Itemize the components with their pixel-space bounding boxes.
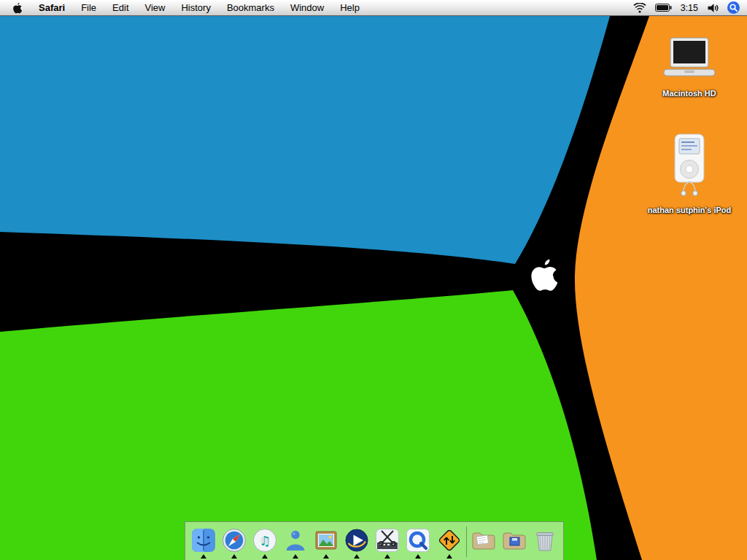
apple-menu[interactable]: [4, 0, 31, 16]
wifi-icon[interactable]: [633, 3, 646, 13]
volume-icon[interactable]: [707, 3, 719, 13]
finder-icon: [191, 528, 216, 553]
quicktime-q-icon: [406, 528, 430, 553]
dock-item-quicktime[interactable]: [404, 528, 432, 559]
menu-edit[interactable]: Edit: [104, 0, 136, 16]
dock-item-folder-documents[interactable]: [470, 528, 498, 559]
menu-status-area: 3:15: [633, 1, 743, 14]
desktop-icon-macintosh-hd[interactable]: Macintosh HD: [651, 36, 727, 98]
road-sign-icon: [437, 528, 462, 553]
safari-icon: [222, 528, 247, 553]
menu-window[interactable]: Window: [282, 0, 332, 16]
menu-file[interactable]: File: [73, 0, 104, 16]
scissors-film-icon: [375, 528, 400, 553]
wallpaper-green-shape: [0, 290, 597, 560]
spotlight-button[interactable]: [727, 1, 740, 14]
ipod-icon: [669, 133, 710, 198]
dock-item-finder[interactable]: [190, 528, 217, 559]
dock-item-realplayer[interactable]: [343, 528, 371, 559]
itunes-icon: ♫: [252, 528, 277, 553]
spotlight-magnifier-icon: [729, 3, 738, 12]
dock: ♫: [185, 521, 564, 560]
svg-text:♫: ♫: [259, 533, 271, 548]
dock-item-video-editor[interactable]: [374, 528, 401, 559]
menu-help[interactable]: Help: [332, 0, 368, 16]
dock-item-safari[interactable]: [220, 528, 248, 559]
dock-item-folder-files[interactable]: [500, 528, 528, 559]
macintosh-hd-label: Macintosh HD: [662, 89, 716, 98]
running-indicator: [354, 554, 360, 559]
dock-item-trash[interactable]: [531, 528, 559, 559]
dock-item-road-sign[interactable]: [436, 528, 463, 559]
apple-logo-icon: [13, 2, 22, 14]
folder-disk-icon: [502, 528, 527, 553]
menu-bookmarks[interactable]: Bookmarks: [219, 0, 282, 16]
running-indicator: [231, 554, 237, 559]
dock-divider: [466, 526, 467, 557]
menu-clock[interactable]: 3:15: [681, 3, 698, 13]
running-indicator: [323, 554, 329, 559]
ipod-label: nathan sutphin's iPod: [648, 206, 731, 214]
running-indicator: [384, 554, 390, 559]
battery-icon[interactable]: [655, 4, 672, 12]
dock-item-itunes[interactable]: ♫: [251, 528, 279, 559]
running-indicator: [201, 554, 206, 559]
desktop-wallpaper: [0, 16, 747, 560]
running-indicator: [446, 554, 452, 559]
dock-item-ichat[interactable]: [282, 528, 309, 559]
menu-view[interactable]: View: [137, 0, 174, 16]
menu-history[interactable]: History: [173, 0, 218, 16]
running-indicator: [415, 554, 421, 559]
macintosh-hd-icon: [662, 36, 716, 82]
running-indicator: [293, 554, 298, 559]
dock-item-iphoto[interactable]: [312, 528, 340, 559]
realplayer-icon: [344, 528, 369, 553]
photo-frame-icon: [314, 528, 338, 553]
menu-bar: Safari File Edit View History Bookmarks …: [0, 0, 747, 16]
apple-logo-wallpaper: [531, 257, 557, 292]
running-indicator: [262, 554, 268, 559]
folder-icon: [471, 528, 496, 553]
menu-app-name[interactable]: Safari: [31, 0, 73, 16]
wallpaper-blue-shape: [0, 16, 610, 264]
desktop-icon-ipod[interactable]: nathan sutphin's iPod: [638, 133, 740, 214]
trash-icon: [533, 528, 557, 553]
ichat-person-icon: [283, 528, 308, 553]
